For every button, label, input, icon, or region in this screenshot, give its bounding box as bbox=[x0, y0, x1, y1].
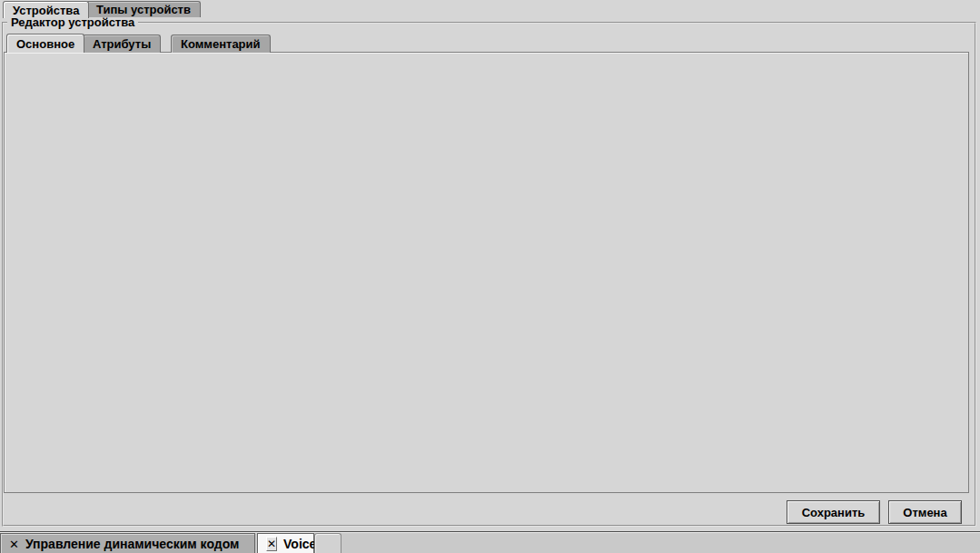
save-button-label: Сохранить bbox=[802, 506, 866, 519]
tab-main[interactable]: Основное bbox=[6, 34, 84, 53]
tab-attributes-label: Атрибуты bbox=[93, 37, 151, 51]
save-button[interactable]: Сохранить bbox=[787, 500, 880, 524]
tab-comment-label: Комментарий bbox=[181, 37, 261, 51]
tab-comment[interactable]: Комментарий bbox=[171, 35, 271, 53]
bottom-taskbar: ✕ Управление динамическим кодом ✕ Voice bbox=[0, 531, 980, 553]
taskbar-tab-voice-label: Voice bbox=[283, 537, 316, 551]
taskbar-tab-dynamic-code[interactable]: ✕ Управление динамическим кодом bbox=[0, 533, 255, 553]
tab-attributes[interactable]: Атрибуты bbox=[83, 35, 161, 53]
tab-devices-label: Устройства bbox=[13, 4, 79, 17]
close-icon[interactable]: ✕ bbox=[9, 538, 19, 550]
tab-device-types-label: Типы устройств bbox=[96, 3, 191, 16]
tab-device-types[interactable]: Типы устройств bbox=[86, 1, 201, 17]
tab-content-panel bbox=[4, 52, 969, 493]
taskbar-tab-dynamic-code-label: Управление динамическим кодом bbox=[25, 537, 240, 551]
taskbar-tab-voice[interactable]: ✕ Voice bbox=[257, 533, 314, 553]
taskbar-tab-stub bbox=[314, 533, 342, 553]
close-icon[interactable]: ✕ bbox=[266, 537, 277, 551]
cancel-button-label: Отмена bbox=[903, 506, 946, 519]
tab-devices[interactable]: Устройства bbox=[3, 1, 89, 18]
cancel-button[interactable]: Отмена bbox=[888, 500, 962, 524]
tab-main-label: Основное bbox=[16, 37, 74, 51]
application-window: Устройства Типы устройств Редактор устро… bbox=[0, 0, 980, 553]
